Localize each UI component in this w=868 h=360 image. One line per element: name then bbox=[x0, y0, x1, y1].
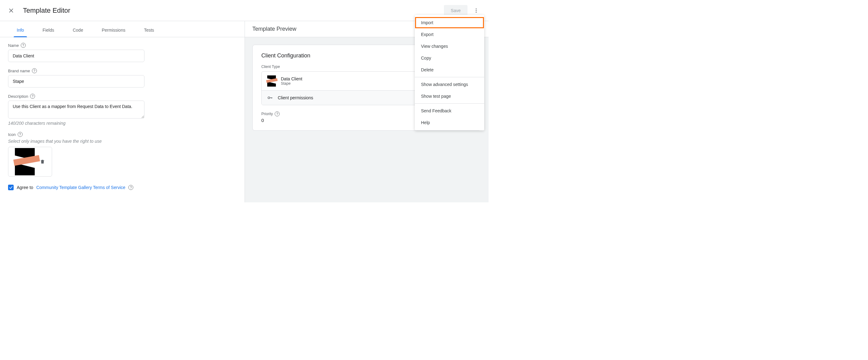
icon-helper: Select only images that you have the rig… bbox=[8, 139, 237, 144]
icon-label: Icon bbox=[8, 132, 16, 137]
help-icon[interactable]: ? bbox=[32, 68, 37, 73]
close-button[interactable] bbox=[5, 4, 18, 17]
menu-item-delete[interactable]: Delete bbox=[415, 64, 484, 76]
tab-code[interactable]: Code bbox=[70, 28, 86, 37]
editor-pane: InfoFieldsCodePermissionsTests Name ? Br… bbox=[0, 21, 245, 202]
name-label: Name bbox=[8, 43, 19, 48]
tab-fields[interactable]: Fields bbox=[40, 28, 56, 37]
brand-icon bbox=[15, 148, 35, 175]
svg-point-5 bbox=[268, 97, 270, 99]
app-root: Template Editor Save ImportExportView ch… bbox=[0, 0, 489, 202]
tabs: InfoFieldsCodePermissionsTests bbox=[0, 21, 245, 37]
kebab-icon bbox=[473, 8, 479, 13]
description-label: Description bbox=[8, 94, 28, 99]
menu-item-view-changes[interactable]: View changes bbox=[415, 40, 484, 52]
icon-thumbnail[interactable] bbox=[8, 147, 52, 176]
topbar: Template Editor Save ImportExportView ch… bbox=[0, 0, 489, 21]
client-subtitle: Stape bbox=[281, 81, 302, 86]
menu-item-show-test-page[interactable]: Show test page bbox=[415, 90, 484, 102]
priority-label: Priority bbox=[261, 112, 273, 116]
svg-rect-7 bbox=[271, 98, 272, 99]
icon-field: Icon ? Select only images that you have … bbox=[8, 132, 237, 176]
svg-rect-6 bbox=[270, 98, 272, 98]
menu-item-export[interactable]: Export bbox=[415, 29, 484, 40]
tab-info[interactable]: Info bbox=[14, 28, 26, 37]
check-icon bbox=[9, 185, 13, 190]
description-helper: 140/200 characters remaining bbox=[8, 121, 237, 126]
brand-field: Brand name ? bbox=[8, 68, 237, 87]
svg-point-2 bbox=[476, 8, 477, 9]
name-input[interactable] bbox=[8, 50, 145, 62]
client-permissions-label: Client permissions bbox=[278, 95, 313, 100]
trash-icon[interactable] bbox=[40, 159, 45, 165]
menu-item-send-feedback[interactable]: Send Feedback bbox=[415, 105, 484, 117]
help-icon[interactable]: ? bbox=[30, 94, 35, 99]
menu-divider bbox=[415, 77, 484, 77]
menu-item-import[interactable]: Import bbox=[415, 17, 484, 29]
svg-rect-8 bbox=[272, 98, 273, 98]
name-field: Name ? bbox=[8, 43, 237, 62]
description-input[interactable] bbox=[8, 101, 145, 118]
menu-divider bbox=[415, 103, 484, 104]
close-icon bbox=[8, 7, 14, 13]
brand-icon bbox=[267, 76, 276, 87]
agree-checkbox[interactable] bbox=[8, 185, 13, 190]
tos-link[interactable]: Community Template Gallery Terms of Serv… bbox=[36, 185, 125, 190]
help-icon[interactable]: ? bbox=[21, 43, 26, 48]
help-icon[interactable]: ? bbox=[18, 132, 23, 137]
brand-label: Brand name bbox=[8, 68, 30, 73]
menu-item-copy[interactable]: Copy bbox=[415, 52, 484, 64]
client-name: Data Client bbox=[281, 76, 302, 81]
page-title: Template Editor bbox=[23, 6, 70, 15]
menu-item-help[interactable]: Help bbox=[415, 117, 484, 129]
svg-point-3 bbox=[476, 10, 477, 11]
svg-point-4 bbox=[476, 11, 477, 12]
save-button[interactable]: Save bbox=[444, 5, 467, 16]
overflow-menu: ImportExportView changesCopyDeleteShow a… bbox=[415, 15, 484, 130]
tab-tests[interactable]: Tests bbox=[142, 28, 157, 37]
help-icon[interactable]: ? bbox=[275, 111, 280, 116]
brand-input[interactable] bbox=[8, 75, 145, 87]
key-icon bbox=[267, 95, 273, 101]
tab-permissions[interactable]: Permissions bbox=[99, 28, 128, 37]
help-icon[interactable]: ? bbox=[128, 185, 133, 190]
description-field: Description ? 140/200 characters remaini… bbox=[8, 94, 237, 126]
agree-row: Agree to Community Template Gallery Term… bbox=[8, 185, 237, 190]
info-form: Name ? Brand name ? Description bbox=[0, 37, 245, 198]
menu-item-show-advanced-settings[interactable]: Show advanced settings bbox=[415, 79, 484, 90]
agree-text: Agree to bbox=[17, 185, 33, 190]
